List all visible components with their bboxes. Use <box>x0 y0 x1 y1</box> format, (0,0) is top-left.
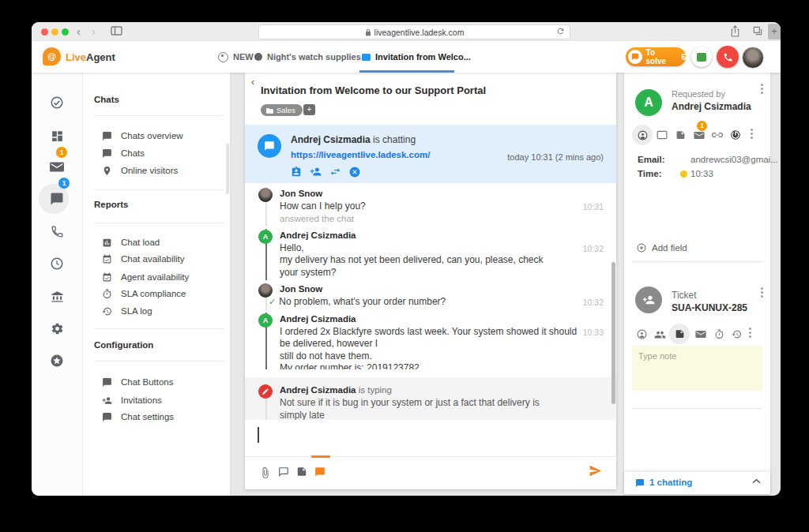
history-icon[interactable] <box>728 326 744 342</box>
tab-new[interactable]: NEW <box>218 41 254 73</box>
zoom-window-button[interactable] <box>62 28 69 36</box>
menu-item-chat-load[interactable]: Chat load <box>102 234 160 250</box>
transfer-icon[interactable] <box>329 167 341 178</box>
green-flag-icon <box>697 53 706 62</box>
customer-avatar: A <box>258 313 273 328</box>
tabs-overview-icon[interactable] <box>752 25 763 36</box>
menu-scrollbar[interactable] <box>226 144 229 194</box>
rail-item-settings[interactable] <box>32 314 82 343</box>
menu-item-sla-compliance[interactable]: SLA compliance <box>102 286 186 302</box>
more-ticket-tools-icon[interactable] <box>749 328 752 340</box>
menu-item-online-visitors[interactable]: Online visitors <box>102 163 178 178</box>
menu-item-chat-settings[interactable]: Chat settings <box>102 409 174 425</box>
chat-bubble-avatar <box>258 134 281 158</box>
menu-item-chat-buttons[interactable]: Chat Buttons <box>102 374 173 390</box>
phone-icon <box>723 52 733 62</box>
browser-forward-button[interactable]: › <box>92 23 96 40</box>
menu-item-agent-availability[interactable]: Agent availability <box>102 269 189 285</box>
new-tab-button[interactable]: + <box>768 24 781 39</box>
rail-item-addons[interactable] <box>32 347 82 375</box>
rail-item-dashboard[interactable] <box>32 122 82 150</box>
menu-item-label: Invitations <box>121 395 162 405</box>
address-bar[interactable]: liveagentlive.ladesk.com <box>258 24 570 39</box>
requested-by-label: Requested by <box>672 89 725 99</box>
mail-icon[interactable] <box>693 326 709 342</box>
menu-item-chat-availability[interactable]: Chat availability <box>102 251 185 267</box>
invite-person-icon[interactable] <box>310 167 322 178</box>
menu-item-label: Chat Buttons <box>121 377 173 387</box>
note-input[interactable]: Type note <box>632 346 762 391</box>
chart-icon <box>102 238 112 248</box>
send-button[interactable] <box>589 465 602 477</box>
to-solve-button[interactable]: To solve 6 <box>626 47 686 66</box>
link-icon[interactable] <box>709 127 725 143</box>
rail-item-calls[interactable] <box>32 217 82 245</box>
message-author: Jon Snow <box>280 283 545 296</box>
chat-reply-mode-icon[interactable] <box>314 466 325 478</box>
canned-message-icon[interactable] <box>296 466 307 477</box>
message-system-note: answered the chat <box>280 213 545 225</box>
status-flag-button[interactable] <box>691 47 712 67</box>
close-chat-icon[interactable] <box>349 167 360 178</box>
sidebar-toggle-icon[interactable] <box>111 26 122 36</box>
menu-item-chats[interactable]: Chats <box>102 145 145 161</box>
to-solve-chat-icon <box>628 50 642 64</box>
divider <box>94 189 224 190</box>
note-icon[interactable] <box>669 324 690 344</box>
back-button[interactable]: ‹ <box>251 77 254 88</box>
message: A Andrej Csizmadia I ordered 2x Blackfyr… <box>245 313 616 370</box>
chat-scrollbar[interactable] <box>611 262 615 404</box>
close-window-button[interactable] <box>41 28 48 36</box>
stopwatch-icon <box>102 289 112 299</box>
menu-item-chats-overview[interactable]: Chats overview <box>102 128 183 144</box>
banner-status-text: is chatting <box>371 134 416 145</box>
share-icon[interactable] <box>730 25 740 37</box>
visitor-url-link[interactable]: https://liveagentlive.ladesk.com/ <box>291 150 430 159</box>
user-avatar[interactable] <box>742 47 764 69</box>
department-tag[interactable]: Sales <box>261 104 303 116</box>
tab-nights-watch[interactable]: Night's watch supplies <box>254 41 361 73</box>
people-icon[interactable] <box>652 326 668 342</box>
check-circle-icon <box>50 96 64 110</box>
chats-menu-panel: Chats Chats overview Chats Online visito… <box>82 73 230 496</box>
more-contact-tools-icon[interactable] <box>751 129 754 141</box>
calendar-check-icon <box>102 272 112 283</box>
add-tag-button[interactable]: + <box>303 104 315 115</box>
minimize-window-button[interactable] <box>51 28 58 36</box>
requester-menu-icon[interactable] <box>761 84 764 96</box>
card-icon[interactable] <box>654 127 670 143</box>
rail-item-tickets[interactable] <box>32 152 82 181</box>
refresh-icon[interactable] <box>556 27 565 36</box>
chat-outline-icon[interactable] <box>278 466 289 478</box>
rail-item-billing[interactable] <box>32 282 82 310</box>
gravatar-icon[interactable] <box>728 127 743 143</box>
contact-card-icon[interactable] <box>291 167 302 178</box>
add-field-button[interactable]: Add field <box>637 243 687 253</box>
menu-item-invitations[interactable]: Invitations <box>102 392 162 408</box>
chevron-up-icon[interactable] <box>752 478 761 484</box>
menu-item-sla-log[interactable]: SLA log <box>102 303 152 319</box>
tab-invitation[interactable]: Invitation from Welco... <box>362 41 471 73</box>
target-icon <box>218 52 228 62</box>
person-icon[interactable] <box>634 326 649 342</box>
message-time: 10:33 <box>583 328 604 337</box>
stopwatch-icon[interactable] <box>711 326 727 342</box>
bank-icon <box>51 290 64 303</box>
typing-status: Andrej Csizmadia is typing <box>280 384 545 397</box>
mail-icon <box>50 161 64 173</box>
menu-item-label: Chat load <box>121 238 160 247</box>
rail-item-resolve[interactable] <box>32 88 82 117</box>
rail-item-chats[interactable] <box>32 185 82 213</box>
browser-back-button[interactable]: ‹ <box>77 23 81 40</box>
call-button[interactable] <box>717 46 739 68</box>
attach-file-icon[interactable] <box>260 466 271 479</box>
person-icon[interactable] <box>632 125 653 145</box>
tickets-badge: 1 <box>56 147 67 158</box>
reply-input[interactable] <box>245 420 616 456</box>
divider <box>632 261 762 262</box>
clock-icon <box>50 257 64 271</box>
image-icon[interactable] <box>672 127 688 143</box>
ticket-menu-icon[interactable] <box>761 287 764 300</box>
rail-item-time[interactable] <box>32 249 82 278</box>
ticket-header: ‹ Invitation from Welcome to our Support… <box>245 73 616 125</box>
